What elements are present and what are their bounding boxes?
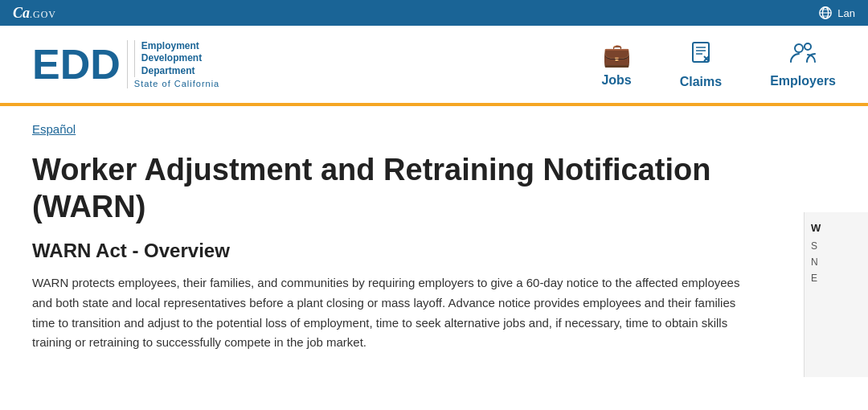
edd-state: State of California	[134, 79, 219, 88]
sidebar-item-2[interactable]: N	[811, 256, 862, 268]
svg-point-11	[795, 44, 803, 52]
claims-icon	[689, 40, 713, 70]
globe-icon	[818, 6, 833, 20]
site-header: EDD Employment Development Department St…	[0, 26, 868, 106]
right-sidebar-content: W S N E	[805, 212, 868, 293]
main-layout: Español Worker Adjustment and Retraining…	[0, 106, 868, 377]
top-bar: Ca.GOV Lan	[0, 0, 868, 26]
edd-logo[interactable]: EDD Employment Development Department St…	[32, 40, 219, 89]
employers-icon	[789, 41, 817, 69]
nav-jobs-label: Jobs	[601, 73, 631, 88]
jobs-icon: 💼	[603, 42, 631, 68]
espanol-link[interactable]: Español	[32, 122, 772, 136]
nav-employers-label: Employers	[770, 74, 836, 88]
sidebar-heading: W	[811, 222, 862, 234]
edd-line1: Employment	[141, 40, 219, 53]
nav-claims[interactable]: Claims	[680, 40, 722, 89]
nav-claims-label: Claims	[680, 75, 722, 89]
section-title: WARN Act - Overview	[32, 240, 772, 262]
edd-line2: Development	[141, 52, 219, 65]
main-nav: 💼 Jobs Claims	[601, 40, 836, 89]
right-sidebar: W S N E	[804, 212, 868, 377]
edd-initials: EDD	[32, 43, 121, 85]
page-title: Worker Adjustment and Retraining Notific…	[32, 152, 772, 225]
edd-line3: Department	[141, 65, 219, 78]
section-body: WARN protects employees, their families,…	[32, 273, 755, 353]
sidebar-item-1[interactable]: S	[811, 240, 862, 252]
language-label: Lan	[837, 7, 855, 19]
ca-gov-logo: Ca.GOV	[13, 5, 56, 22]
nav-employers[interactable]: Employers	[770, 41, 836, 88]
svg-point-12	[805, 43, 811, 50]
language-selector[interactable]: Lan	[818, 6, 855, 20]
nav-jobs[interactable]: 💼 Jobs	[601, 42, 631, 88]
main-content: Español Worker Adjustment and Retraining…	[0, 106, 804, 377]
sidebar-item-3[interactable]: E	[811, 273, 862, 284]
ca-logo-text: Ca.GOV	[13, 5, 56, 22]
